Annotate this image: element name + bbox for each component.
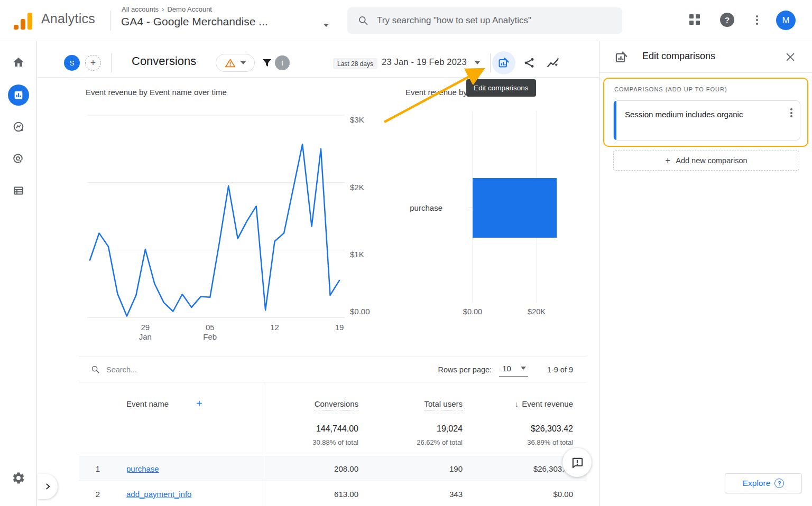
panel-title: Edit comparisons (642, 51, 715, 62)
column-event-name[interactable]: Event name (126, 399, 169, 408)
date-caret-icon[interactable] (475, 61, 480, 64)
rows-per-page-select[interactable]: 10 (499, 363, 528, 377)
cell-revenue: $26,303.42 (463, 464, 573, 473)
sidebar-item-reports[interactable] (8, 85, 29, 106)
analytics-logo-icon[interactable] (14, 12, 35, 30)
comparisons-highlight-box: COMPARISONS (ADD UP TO FOUR) Session med… (603, 78, 808, 147)
edit-comparisons-button[interactable] (492, 51, 515, 74)
add-new-comparison-button[interactable]: + Add new comparison (613, 151, 799, 171)
search-input[interactable] (377, 15, 610, 26)
property-caret-icon[interactable] (324, 24, 329, 27)
svg-text:$3K: $3K (350, 115, 364, 124)
comparisons-section-label: COMPARISONS (ADD UP TO FOUR) (614, 86, 727, 92)
total-conversions: 144,744.00 (263, 424, 358, 434)
sidebar-item-admin[interactable] (8, 467, 29, 489)
chevron-down-icon (241, 61, 246, 64)
breadcrumb-separator: › (162, 5, 164, 13)
breadcrumb-account[interactable]: Demo Account (167, 5, 212, 13)
table-search-row: Rows per page: 10 1-9 of 9 (79, 357, 587, 382)
sidebar-item-advertising[interactable] (8, 148, 29, 170)
table-search-input[interactable] (106, 366, 212, 374)
comparison-menu-icon[interactable] (790, 108, 792, 117)
explore-help-icon: ? (774, 479, 784, 488)
expand-nav-button[interactable] (38, 474, 58, 499)
table-column-divider (263, 382, 263, 506)
svg-text:Jan: Jan (139, 332, 152, 341)
nav-rail (0, 41, 37, 506)
share-button[interactable] (518, 51, 541, 74)
rows-per-page-caret-icon (521, 367, 526, 370)
advertising-icon (12, 153, 25, 165)
reports-icon (13, 89, 24, 101)
sidebar-item-explore[interactable] (8, 116, 29, 137)
global-search[interactable] (347, 7, 622, 34)
sidebar-item-home[interactable] (8, 52, 29, 73)
date-preset-chip: Last 28 days (333, 58, 377, 69)
plus-icon: + (665, 155, 670, 166)
table-row: 2 add_payment_info 613.00 343 $0.00 (79, 481, 587, 506)
edit-comparisons-tooltip: Edit comparisons (466, 79, 536, 97)
svg-text:12: 12 (270, 323, 279, 332)
page-title: Conversions (132, 54, 196, 68)
total-users: 19,024 (358, 424, 463, 434)
more-menu-icon[interactable] (750, 13, 764, 27)
insights-button[interactable] (541, 51, 565, 74)
row-index: 2 (79, 490, 116, 499)
pagination-status: 1-9 of 9 (547, 366, 573, 374)
cell-users: 343 (358, 490, 463, 499)
library-icon (12, 184, 25, 197)
svg-text:$20K: $20K (528, 307, 546, 316)
data-quality-button[interactable] (216, 54, 255, 72)
row-index: 1 (79, 464, 116, 473)
sort-desc-icon[interactable]: ↓ (515, 399, 519, 408)
breadcrumb[interactable]: All accounts›Demo Account (122, 5, 212, 13)
add-new-comparison-label: Add new comparison (676, 156, 747, 165)
toolbar-divider (111, 53, 112, 72)
comparison-accent-bar (614, 101, 616, 140)
add-segment-button[interactable]: + (85, 55, 101, 71)
comparison-segment-chip[interactable]: S (64, 55, 80, 71)
toolbar-divider-2 (490, 53, 491, 72)
property-selector[interactable]: GA4 - Google Merchandise ... (121, 15, 268, 28)
ga4-analytics-app: Analytics All accounts›Demo Account GA4 … (0, 0, 812, 506)
panel-close-button[interactable] (785, 51, 796, 65)
svg-text:purchase: purchase (410, 203, 442, 212)
column-conversions[interactable]: Conversions (315, 399, 358, 410)
table-header-row: Event name + Conversions Total users ↓Ev… (79, 382, 587, 418)
comparison-label: Session medium includes organic (625, 108, 757, 121)
comparison-card[interactable]: Session medium includes organic (613, 100, 800, 140)
edit-comparisons-icon (497, 57, 510, 69)
event-link-add-payment-info[interactable]: add_payment_info (126, 490, 191, 499)
events-table: Rows per page: 10 1-9 of 9 Event name + … (79, 357, 587, 506)
date-range-picker[interactable]: 23 Jan - 19 Feb 2023 (382, 57, 467, 67)
total-conversions-pct: 30.88% of total (263, 438, 358, 446)
share-icon (523, 57, 536, 69)
svg-text:$0.00: $0.00 (463, 307, 482, 316)
dashboards-grid-icon[interactable] (688, 13, 703, 27)
top-header: Analytics All accounts›Demo Account GA4 … (0, 0, 812, 41)
feedback-bubble-icon (570, 456, 584, 470)
info-badge[interactable]: I (275, 55, 290, 70)
svg-text:$0.00: $0.00 (350, 307, 370, 316)
column-event-revenue[interactable]: Event revenue (522, 399, 573, 408)
svg-text:19: 19 (335, 323, 344, 332)
breadcrumb-all-accounts[interactable]: All accounts (122, 5, 159, 13)
user-avatar[interactable]: M (776, 11, 796, 30)
event-link-purchase[interactable]: purchase (126, 464, 159, 473)
chevron-right-icon (43, 482, 52, 491)
help-icon[interactable]: ? (720, 13, 734, 27)
svg-text:29: 29 (141, 323, 150, 332)
sidebar-item-library[interactable] (8, 180, 29, 201)
add-column-button[interactable]: + (196, 398, 202, 410)
svg-text:Feb: Feb (203, 332, 217, 341)
edit-comparisons-panel: Edit comparisons COMPARISONS (ADD UP TO … (599, 41, 812, 506)
line-chart: $0.00$1K$2K$3K29Jan05Feb1219 (85, 106, 375, 343)
explore-button[interactable]: Explore ? (725, 473, 802, 493)
rows-per-page-label: Rows per page: (438, 366, 492, 374)
svg-text:05: 05 (206, 323, 215, 332)
feedback-button[interactable] (562, 448, 592, 477)
table-totals-row: 144,744.0030.88% of total 19,02426.62% o… (79, 418, 587, 456)
column-total-users[interactable]: Total users (424, 399, 463, 410)
panel-divider (599, 72, 812, 73)
filter-button[interactable] (261, 56, 273, 72)
